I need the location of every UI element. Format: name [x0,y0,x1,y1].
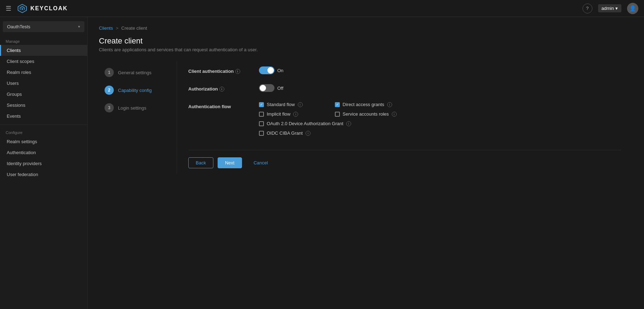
wizard: 1 General settings 2 Capability config 3… [99,61,633,174]
service-accounts-info-icon[interactable]: i [392,112,397,117]
svg-point-3 [22,8,23,10]
client-auth-row: Client authentication i On [188,66,621,74]
sidebar-item-identity-providers[interactable]: Identity providers [0,158,87,169]
topbar: ☰ KEYCLOAK ? admin ▾ 👤 [0,0,644,17]
sidebar-item-realm-roles[interactable]: Realm roles [0,67,87,78]
authorization-toggle-label: Off [277,86,283,91]
configure-section-label: Configure [0,128,87,136]
sidebar-item-user-federation[interactable]: User federation [0,169,87,180]
wizard-step-3-label: Login settings [118,105,146,111]
logo: KEYCLOAK [17,3,68,14]
admin-menu[interactable]: admin ▾ [598,4,621,12]
checkbox-direct-access[interactable]: ✓ [335,102,340,107]
auth-flow-label: Authentication flow [188,102,259,109]
client-auth-toggle-label: On [277,68,283,73]
sidebar-label-user-federation: User federation [7,172,38,177]
authorization-control: Off [259,84,283,92]
wizard-step-2-label: Capability config [118,88,152,93]
cancel-button[interactable]: Cancel [246,157,275,168]
sidebar-divider [0,124,87,125]
sidebar-label-clients: Clients [7,48,21,53]
oidc-ciba-info-icon[interactable]: i [306,131,311,136]
checkbox-label-implicit-flow[interactable]: Implicit flow [267,111,290,117]
main-content: Clients > Create client Create client Cl… [88,17,644,309]
wizard-steps: 1 General settings 2 Capability config 3… [99,61,177,174]
help-icon[interactable]: ? [583,4,592,13]
wizard-step-2[interactable]: 2 Capability config [99,81,177,99]
checkbox-item-standard-flow: ✓ Standard flow i [259,102,321,107]
sidebar-item-events[interactable]: Events [0,111,87,122]
sidebar-label-groups: Groups [7,92,22,97]
sidebar-item-realm-settings[interactable]: Realm settings [0,136,87,147]
checkbox-standard-flow[interactable]: ✓ [259,102,264,107]
sidebar-label-realm-settings: Realm settings [7,139,37,144]
breadcrumb-separator: > [116,25,119,31]
auth-flow-checkboxes: ✓ Standard flow i ✓ Direct access gra [259,102,397,136]
back-button[interactable]: Back [188,157,213,168]
checkbox-implicit-flow[interactable] [259,112,264,117]
checkbox-label-service-accounts[interactable]: Service accounts roles [343,111,389,117]
sidebar-label-events: Events [7,113,21,119]
wizard-step-2-circle: 2 [105,86,114,95]
checkbox-grid: ✓ Standard flow i ✓ Direct access gra [259,102,397,136]
checkbox-oidc-ciba[interactable] [259,131,264,136]
wizard-content: Client authentication i On [177,61,633,174]
next-button[interactable]: Next [218,157,242,168]
checkbox-item-service-accounts: Service accounts roles i [335,111,397,117]
sidebar-item-authentication[interactable]: Authentication [0,147,87,158]
checkbox-item-direct-access: ✓ Direct access grants i [335,102,397,107]
breadcrumb-parent[interactable]: Clients [99,25,113,31]
wizard-step-1[interactable]: 1 General settings [99,64,177,81]
implicit-flow-info-icon[interactable]: i [293,112,298,117]
checkbox-label-oidc-ciba[interactable]: OIDC CIBA Grant [267,130,303,136]
checkbox-label-oauth-device[interactable]: OAuth 2.0 Device Authorization Grant [267,121,343,126]
checkbox-check-direct-access: ✓ [336,103,339,106]
manage-section-label: Manage [0,36,87,45]
sidebar-label-realm-roles: Realm roles [7,70,31,75]
authorization-row: Authorization i Off [188,84,621,92]
authorization-toggle-wrapper: Off [259,84,283,92]
checkbox-label-direct-access[interactable]: Direct access grants [343,102,384,107]
wizard-step-1-number: 1 [108,70,111,75]
sidebar-item-groups[interactable]: Groups [0,89,87,100]
breadcrumb-current: Create client [121,25,147,31]
sidebar-item-sessions[interactable]: Sessions [0,100,87,111]
authorization-toggle[interactable] [259,84,274,92]
realm-name: OauthTests [7,24,30,29]
sidebar-label-client-scopes: Client scopes [7,59,34,64]
checkbox-label-standard-flow[interactable]: Standard flow [267,102,295,107]
direct-access-info-icon[interactable]: i [387,102,392,107]
wizard-step-3-number: 3 [108,105,111,110]
authorization-label: Authorization i [188,84,259,92]
sidebar-label-identity-providers: Identity providers [7,161,42,166]
client-auth-toggle[interactable] [259,66,274,74]
logo-text: KEYCLOAK [30,5,68,12]
wizard-step-3[interactable]: 3 Login settings [99,99,177,117]
form-actions: Back Next Cancel [188,150,621,168]
checkbox-item-implicit-flow: Implicit flow i [259,111,321,117]
checkbox-item-oidc-ciba: OIDC CIBA Grant i [259,130,397,136]
page-subtitle: Clients are applications and services th… [99,47,633,52]
avatar[interactable]: 👤 [627,3,638,14]
checkbox-service-accounts[interactable] [335,112,340,117]
sidebar-item-client-scopes[interactable]: Client scopes [0,56,87,67]
wizard-step-1-label: General settings [118,70,152,75]
oauth-device-info-icon[interactable]: i [346,121,351,126]
standard-flow-info-icon[interactable]: i [298,102,303,107]
client-auth-control: On [259,66,283,74]
breadcrumb: Clients > Create client [99,25,633,31]
wizard-step-1-circle: 1 [105,68,114,77]
realm-selector[interactable]: OauthTests ▾ [3,21,84,32]
client-auth-toggle-wrapper: On [259,66,283,74]
client-auth-info-icon[interactable]: i [235,69,240,74]
hamburger-icon[interactable]: ☰ [6,5,11,12]
admin-dropdown-icon: ▾ [615,6,618,11]
auth-flow-row: Authentication flow ✓ Standard flow i [188,102,621,136]
admin-label: admin [602,6,614,11]
sidebar-item-clients[interactable]: Clients [0,45,87,56]
checkbox-check-standard-flow: ✓ [260,103,263,106]
authorization-toggle-knob [260,85,266,91]
sidebar-item-users[interactable]: Users [0,78,87,89]
authorization-info-icon[interactable]: i [219,87,224,92]
checkbox-oauth-device[interactable] [259,121,264,126]
